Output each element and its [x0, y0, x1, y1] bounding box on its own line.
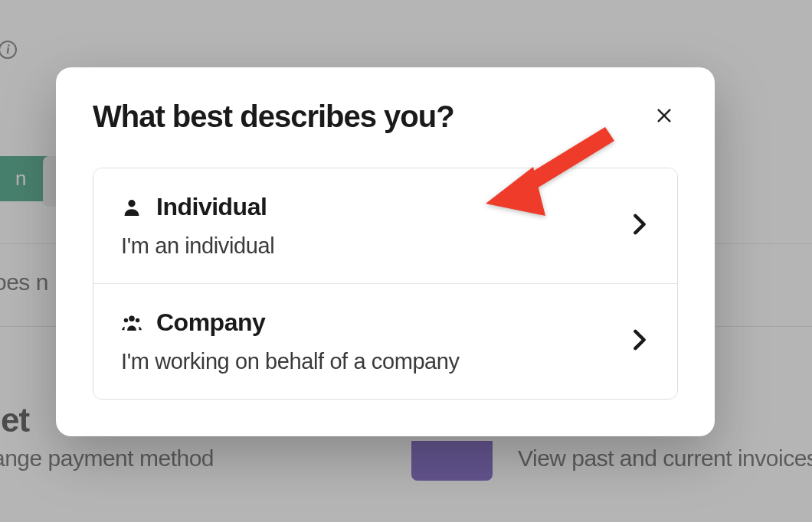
- option-content: Individual I'm an individual: [121, 193, 274, 259]
- chevron-right-icon: [633, 214, 647, 238]
- option-list: Individual I'm an individual: [93, 168, 678, 400]
- option-title-row: Individual: [121, 193, 274, 221]
- option-content: Company I'm working on behalf of a compa…: [121, 308, 460, 374]
- svg-point-2: [128, 200, 135, 207]
- option-title: Individual: [156, 193, 267, 221]
- option-individual[interactable]: Individual I'm an individual: [93, 168, 677, 283]
- people-group-icon: [121, 312, 142, 334]
- account-type-modal: What best describes you?: [56, 67, 715, 436]
- modal-title: What best describes you?: [93, 100, 454, 134]
- svg-point-5: [136, 318, 139, 321]
- svg-point-3: [129, 315, 134, 321]
- option-title: Company: [156, 308, 265, 337]
- option-company[interactable]: Company I'm working on behalf of a compa…: [93, 283, 677, 399]
- svg-point-4: [124, 318, 128, 321]
- option-title-row: Company: [121, 308, 460, 337]
- modal-header: What best describes you?: [93, 100, 678, 134]
- option-description: I'm working on behalf of a company: [121, 349, 460, 374]
- close-icon: [656, 107, 673, 126]
- chevron-right-icon: [633, 329, 647, 354]
- close-button[interactable]: [650, 103, 678, 131]
- person-icon: [121, 197, 142, 218]
- option-description: I'm an individual: [121, 233, 274, 259]
